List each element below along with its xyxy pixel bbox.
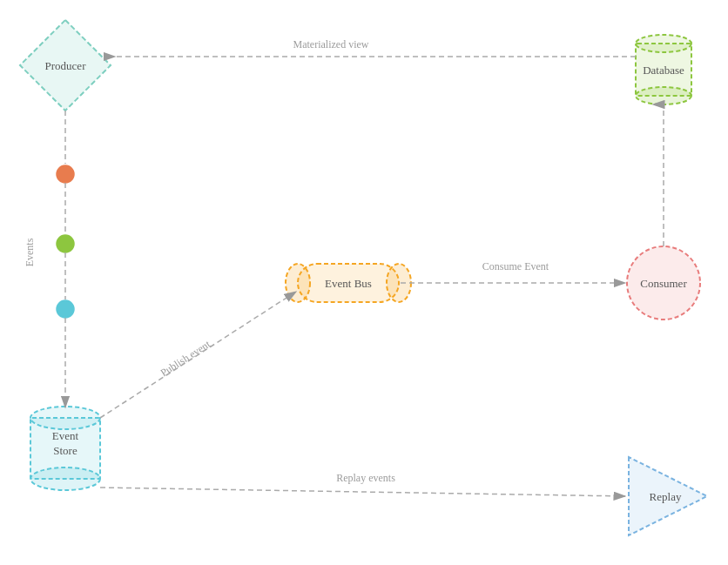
materialized-view-label: Materialized view [293,38,369,50]
diagram-canvas: Producer Database Event Bus Consumer [0,0,728,565]
event-dot-2 [57,235,74,252]
eventbus-node: Event Bus [286,264,411,302]
event-dot-3 [57,300,74,318]
svg-text:Event Bus: Event Bus [325,277,372,290]
svg-text:Replay: Replay [650,490,682,503]
publish-event-label: Publish event [158,338,213,380]
eventstore-node: Event Store [30,407,100,490]
replay-events-arrow [100,488,625,496]
svg-point-7 [636,87,691,104]
architecture-diagram: Producer Database Event Bus Consumer [0,0,728,565]
svg-point-16 [30,407,100,429]
producer-node: Producer [20,20,111,111]
svg-text:Store: Store [53,444,78,457]
event-dot-1 [57,165,74,183]
replay-node: Replay [629,457,707,535]
svg-text:Consumer: Consumer [640,277,687,290]
svg-text:Database: Database [643,64,684,77]
svg-text:Producer: Producer [45,59,87,72]
svg-point-17 [30,467,100,490]
consumer-node: Consumer [627,246,700,319]
database-node: Database [636,35,691,104]
replay-events-label: Replay events [336,472,395,484]
svg-point-6 [636,35,691,52]
svg-text:Event: Event [52,429,79,442]
events-label: Events [24,238,36,266]
svg-point-11 [387,264,411,302]
svg-point-10 [286,264,310,302]
consume-event-label: Consume Event [482,260,549,272]
